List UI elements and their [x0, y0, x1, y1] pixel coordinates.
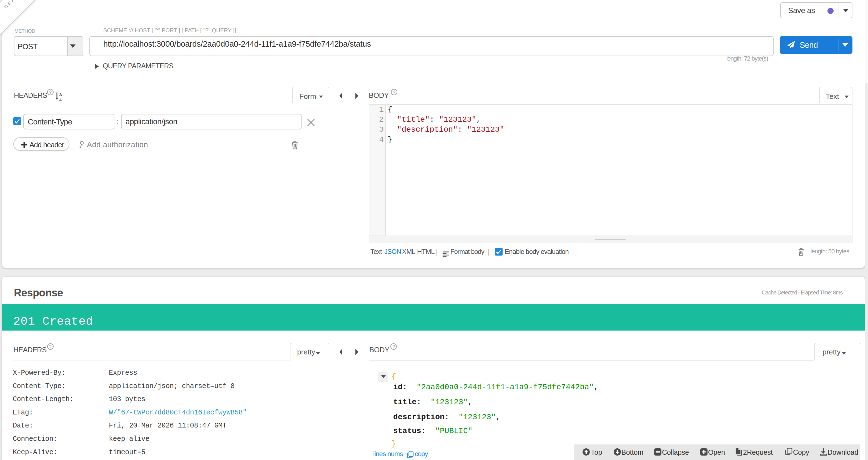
svg-text:Z: Z	[59, 97, 62, 100]
svg-text:A: A	[59, 92, 62, 97]
